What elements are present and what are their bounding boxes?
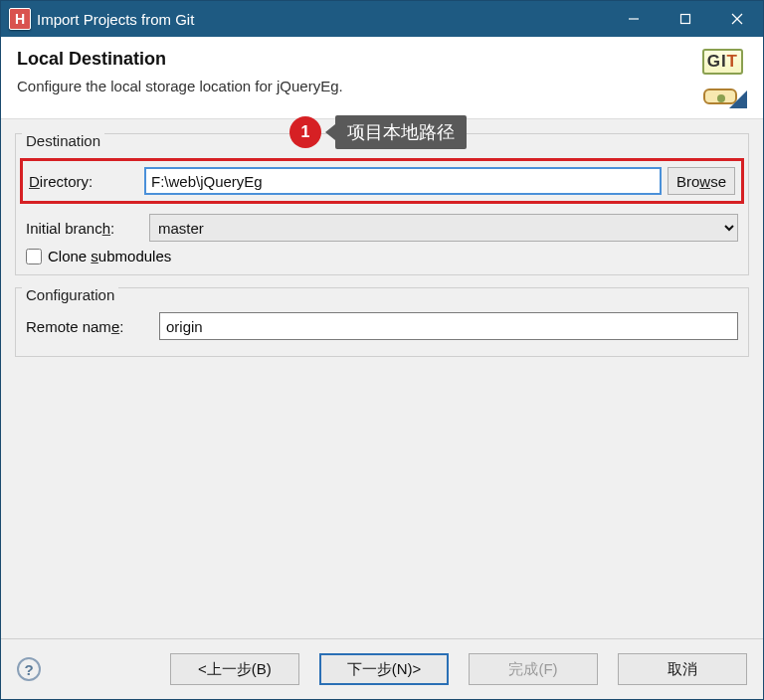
annotation-number-badge: 1: [289, 116, 321, 148]
minimize-icon: [628, 13, 640, 25]
close-icon: [731, 13, 743, 25]
maximize-icon: [679, 13, 691, 25]
app-icon: H: [9, 8, 31, 30]
wizard-header: Local Destination Configure the local st…: [1, 37, 763, 119]
configuration-group: Configuration Remote name:: [15, 287, 749, 357]
minimize-button[interactable]: [608, 1, 660, 37]
clone-submodules-checkbox[interactable]: [26, 249, 42, 264]
initial-branch-label: Initial branch:: [26, 220, 143, 237]
browse-button[interactable]: Browse: [668, 167, 735, 195]
help-icon: ?: [24, 661, 33, 678]
clone-submodules-label: Clone submodules: [48, 248, 171, 264]
window-title: Import Projects from Git: [37, 11, 194, 28]
highlighted-directory-row: Directory: Browse: [20, 158, 744, 204]
svg-rect-1: [681, 15, 690, 24]
remote-name-input[interactable]: [159, 312, 738, 340]
page-title: Local Destination: [17, 49, 343, 70]
destination-group: Destination Directory: Browse Initial br…: [15, 133, 749, 275]
title-bar: H Import Projects from Git: [1, 1, 763, 37]
next-button[interactable]: 下一步(N)>: [319, 653, 449, 685]
annotation-callout: 1 项目本地路径: [289, 115, 467, 149]
back-button[interactable]: <上一步(B): [170, 653, 299, 685]
resize-corner-icon: [729, 90, 747, 108]
clone-submodules-row: Clone submodules: [26, 248, 738, 264]
remote-name-label: Remote name:: [26, 318, 153, 335]
dialog-window: H Import Projects from Git Local Destina…: [0, 0, 764, 700]
destination-group-label: Destination: [22, 132, 104, 149]
annotation-label: 项目本地路径: [335, 115, 467, 149]
git-badge: GIT: [702, 49, 743, 75]
wizard-footer: ? <上一步(B) 下一步(N)> 完成(F) 取消: [1, 638, 763, 699]
directory-input[interactable]: [144, 167, 662, 195]
initial-branch-select[interactable]: master: [149, 214, 738, 242]
page-subtitle: Configure the local storage location for…: [17, 78, 343, 94]
header-text: Local Destination Configure the local st…: [17, 49, 343, 108]
wizard-body: 1 项目本地路径 Destination Directory: Browse I…: [1, 119, 763, 638]
cancel-button[interactable]: 取消: [618, 653, 747, 685]
close-button[interactable]: [711, 1, 763, 37]
git-logo-icon: GIT: [681, 49, 747, 108]
finish-button: 完成(F): [469, 653, 598, 685]
remote-name-row: Remote name:: [26, 312, 738, 340]
maximize-button[interactable]: [660, 1, 711, 37]
directory-label: Directory:: [29, 173, 138, 190]
initial-branch-row: Initial branch: master: [26, 214, 738, 242]
configuration-group-label: Configuration: [22, 286, 118, 303]
help-button[interactable]: ?: [17, 657, 41, 681]
